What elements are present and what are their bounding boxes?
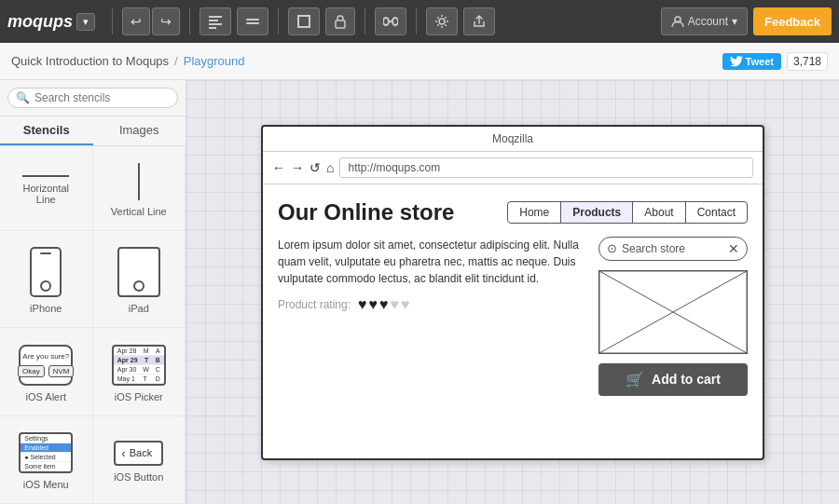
account-chevron-icon: ▾ <box>732 15 737 28</box>
ipad-icon <box>117 247 160 297</box>
account-label: Account <box>688 15 728 28</box>
wf-tab-contact[interactable]: Contact <box>685 201 748 224</box>
toolbar: moqups ▾ ↩ ↪ Account ▾ Feedback <box>0 0 839 43</box>
stencil-grid: HorizontalLine Vertical Line iPhone iPad… <box>0 146 186 504</box>
wf-tab-about[interactable]: About <box>632 201 685 224</box>
main-area: 🔍 Stencils Images HorizontalLine Vertica… <box>0 80 839 504</box>
link-button[interactable] <box>375 7 406 35</box>
wf-add-to-cart-button[interactable]: 🛒 Add to cart <box>598 363 748 396</box>
svg-rect-12 <box>599 271 747 353</box>
star-5: ♥ <box>401 296 410 313</box>
stencil-item-ipad[interactable]: iPad <box>93 231 186 329</box>
svg-rect-4 <box>246 19 259 20</box>
stencil-label-vline: Vertical Line <box>111 206 167 217</box>
svg-rect-8 <box>383 18 389 25</box>
wf-image-placeholder <box>598 270 748 354</box>
svg-rect-9 <box>392 18 398 25</box>
frame-button[interactable] <box>288 7 320 35</box>
wf-forward-btn[interactable]: → <box>291 160 304 175</box>
iphone-icon <box>30 247 62 297</box>
redo-button[interactable]: ↪ <box>152 7 180 35</box>
wf-url-input[interactable] <box>339 157 753 178</box>
wf-refresh-btn[interactable]: ↺ <box>309 160 321 175</box>
search-input-wrap[interactable]: 🔍 <box>7 88 178 108</box>
logo: moqups <box>7 12 73 32</box>
wf-rating-label: Product rating: <box>278 298 351 311</box>
account-button[interactable]: Account ▾ <box>661 7 748 35</box>
svg-point-10 <box>439 19 445 24</box>
lock-button[interactable] <box>325 7 355 35</box>
wf-content: Our Online store Home Products About Con… <box>263 184 763 411</box>
stencil-item-iosmenu[interactable]: Settings Enabled ● Selected Some item iO… <box>0 416 93 505</box>
wf-store-title: Our Online store <box>278 199 454 225</box>
star-2: ♥ <box>369 296 378 313</box>
iosalert-icon: Are you sure? Okay NVM <box>19 345 73 386</box>
svg-rect-2 <box>209 23 222 25</box>
share-button[interactable] <box>463 7 495 35</box>
breadcrumb-parent[interactable]: Quick Introduction to Moqups <box>11 54 169 68</box>
history-buttons: ↩ ↪ <box>122 7 180 35</box>
canvas: Moqzilla ← → ↺ ⌂ Our Online store Home P… <box>186 80 839 504</box>
wf-stars: ♥ ♥ ♥ ♥ ♥ <box>358 296 410 313</box>
svg-rect-0 <box>209 16 222 18</box>
star-3: ♥ <box>379 296 389 313</box>
svg-line-13 <box>599 271 747 353</box>
stencil-label-iospicker: iOS Picker <box>115 391 163 402</box>
feedback-button[interactable]: Feedback <box>753 7 832 35</box>
cart-icon: 🛒 <box>626 371 644 388</box>
toolbar-divider-5 <box>416 8 417 34</box>
svg-rect-6 <box>298 16 309 27</box>
tweet-area: Tweet 3,718 <box>722 52 828 71</box>
wf-tab-home[interactable]: Home <box>507 201 561 224</box>
align-button[interactable] <box>199 7 231 35</box>
wf-home-btn[interactable]: ⌂ <box>326 160 334 175</box>
tweet-button[interactable]: Tweet <box>722 53 781 70</box>
svg-rect-3 <box>209 27 216 29</box>
wf-rating-row: Product rating: ♥ ♥ ♥ ♥ ♥ <box>278 296 584 313</box>
wf-cart-label: Add to cart <box>652 372 721 387</box>
stencil-item-vline[interactable]: Vertical Line <box>93 146 186 231</box>
wf-search-bar[interactable]: ⊙ Search store ✕ <box>598 237 748 261</box>
wf-addressbar: ← → ↺ ⌂ <box>263 152 763 184</box>
tab-images[interactable]: Images <box>93 116 186 145</box>
stencil-label-iosbtn: iOS Button <box>114 471 163 483</box>
wf-search-clear-icon[interactable]: ✕ <box>728 241 739 256</box>
search-box: 🔍 <box>0 80 186 116</box>
toolbar-divider-1 <box>112 8 113 34</box>
stencil-item-iosbtn[interactable]: ‹Back iOS Button <box>93 416 186 505</box>
wf-search-text: Search store <box>622 242 685 255</box>
svg-rect-7 <box>336 20 345 28</box>
tweet-count: 3,718 <box>787 52 828 71</box>
breadcrumb-bar: Quick Introduction to Moqups / Playgroun… <box>0 43 839 80</box>
undo-button[interactable]: ↩ <box>122 7 150 35</box>
wireframe-window: Moqzilla ← → ↺ ⌂ Our Online store Home P… <box>261 125 764 460</box>
stencil-item-iospicker[interactable]: Apr 28MA Apr 29TB Apr 30WC May 1TD iOS P… <box>93 328 186 416</box>
wf-back-btn[interactable]: ← <box>272 160 285 175</box>
wf-lorem-text: Lorem ipsum dolor sit amet, consectetur … <box>278 237 584 287</box>
search-input[interactable] <box>34 91 174 104</box>
stencil-label-iosmenu: iOS Menu <box>23 479 69 490</box>
wf-body-row: Lorem ipsum dolor sit amet, consectetur … <box>278 237 748 396</box>
wf-tab-products[interactable]: Products <box>560 201 633 224</box>
stencil-label-hline: HorizontalLine <box>22 183 69 205</box>
toolbar-divider-2 <box>189 8 190 34</box>
stencil-label-ipad: iPad <box>129 303 149 314</box>
svg-line-14 <box>599 271 747 353</box>
stencil-item-hline[interactable]: HorizontalLine <box>0 146 93 231</box>
vline-icon <box>138 163 140 200</box>
sidebar-tabs: Stencils Images <box>0 116 186 146</box>
stencil-label-iosalert: iOS Alert <box>26 391 66 402</box>
iospicker-icon: Apr 28MA Apr 29TB Apr 30WC May 1TD <box>112 345 166 386</box>
search-icon: 🔍 <box>16 91 30 104</box>
wf-right-col: ⊙ Search store ✕ 🛒 <box>598 237 748 396</box>
tab-stencils[interactable]: Stencils <box>0 116 93 145</box>
stencil-label-iphone: iPhone <box>30 303 62 314</box>
tweet-label: Tweet <box>746 56 774 67</box>
settings-button[interactable] <box>426 7 458 35</box>
layers-button[interactable] <box>237 7 268 35</box>
stencil-item-iphone[interactable]: iPhone <box>0 231 93 329</box>
logo-dropdown-btn[interactable]: ▾ <box>76 13 95 31</box>
wf-left-col: Lorem ipsum dolor sit amet, consectetur … <box>278 237 584 396</box>
iosmenu-icon: Settings Enabled ● Selected Some item <box>19 432 73 473</box>
stencil-item-iosalert[interactable]: Are you sure? Okay NVM iOS Alert <box>0 328 93 416</box>
